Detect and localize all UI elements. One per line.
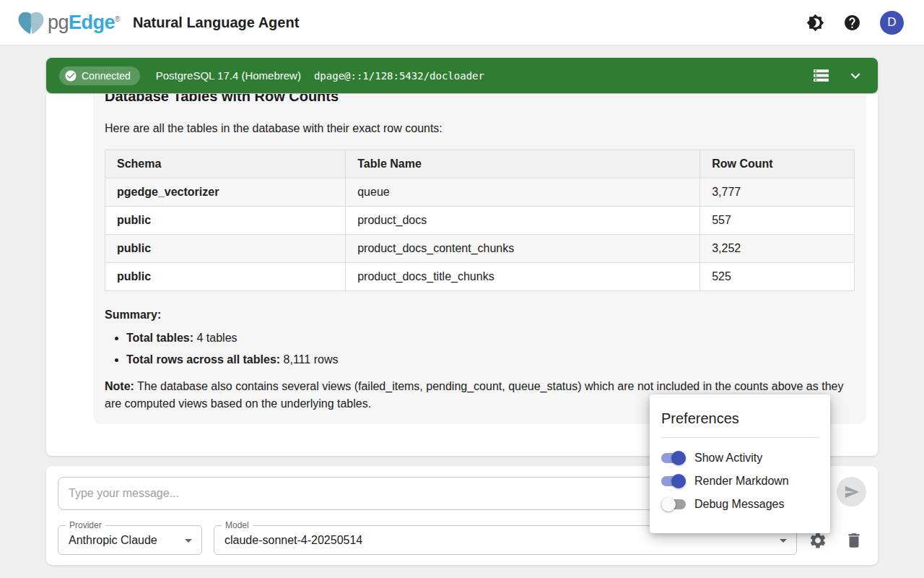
toggle-label: Show Activity (694, 452, 762, 465)
dark-mode-toggle-icon[interactable] (806, 14, 824, 32)
column-header-schema: Schema (105, 150, 346, 178)
trash-icon[interactable] (845, 531, 863, 550)
list-item: Total tables: 4 tables (126, 332, 855, 345)
cell-table-name: product_docs_title_chunks (346, 263, 700, 291)
page-title: Natural Language Agent (133, 14, 299, 31)
app-header: pgEdge® Natural Language Agent D (0, 0, 924, 46)
table-row: pgedge_vectorizer queue 3,777 (105, 178, 855, 207)
database-list-icon[interactable] (812, 66, 830, 85)
render-markdown-switch[interactable] (661, 476, 686, 486)
table-row: public product_docs_title_chunks 525 (105, 263, 855, 291)
toggle-render-markdown[interactable]: Render Markdown (661, 470, 819, 493)
table-row: public product_docs_content_chunks 3,252 (105, 235, 855, 263)
provider-select-label: Provider (66, 520, 105, 530)
list-item: Total rows across all tables: 8,111 rows (126, 353, 855, 366)
row-counts-table: Schema Table Name Row Count pgedge_vecto… (105, 150, 855, 291)
cell-table-name: queue (346, 178, 700, 207)
divider (661, 437, 819, 438)
column-header-table-name: Table Name (346, 150, 700, 178)
server-version-label: PostgreSQL 17.4 (Homebrew) (156, 69, 301, 82)
chevron-down-icon[interactable] (846, 66, 865, 85)
column-header-row-count: Row Count (700, 150, 855, 178)
preferences-popup: Preferences Show Activity Render Markdow… (650, 394, 830, 533)
provider-select[interactable]: Provider Anthropic Claude (58, 525, 202, 555)
connection-status-badge: Connected (59, 66, 140, 85)
preferences-title: Preferences (661, 410, 819, 427)
pgedge-logo-text: pgEdge® (48, 12, 120, 34)
show-activity-switch[interactable] (661, 453, 686, 463)
cell-schema: public (105, 235, 346, 263)
cell-row-count: 3,252 (700, 235, 855, 263)
assistant-message-bubble: Database Tables with Row Counts Here are… (93, 94, 866, 424)
toggle-label: Render Markdown (694, 475, 789, 488)
header-actions: D (806, 11, 904, 35)
summary-list: Total tables: 4 tables Total rows across… (105, 332, 855, 366)
connection-bar: Connected PostgreSQL 17.4 (Homebrew) dpa… (46, 58, 878, 93)
table-row: public product_docs 557 (105, 207, 855, 235)
dropdown-arrow-icon (775, 532, 792, 552)
toggle-label: Debug Messages (694, 498, 785, 511)
check-circle-icon (64, 69, 77, 82)
connection-status-label: Connected (82, 70, 131, 82)
dropdown-arrow-icon (180, 532, 197, 552)
send-button[interactable] (837, 477, 866, 506)
summary-heading: Summary: (105, 309, 855, 322)
cell-row-count: 525 (700, 263, 855, 291)
pgedge-logo-icon (16, 8, 46, 37)
user-avatar[interactable]: D (880, 11, 904, 35)
pgedge-logo: pgEdge® (16, 8, 120, 37)
settings-gear-icon[interactable] (808, 531, 827, 550)
cell-row-count: 557 (700, 207, 855, 235)
connection-string: dpage@::1/128:5432/docloader (314, 70, 484, 82)
cell-table-name: product_docs (346, 207, 700, 235)
debug-messages-switch[interactable] (661, 499, 686, 509)
help-icon[interactable] (843, 14, 861, 32)
model-select-label: Model (222, 520, 253, 530)
cell-schema: pgedge_vectorizer (105, 178, 346, 207)
table-header-row: Schema Table Name Row Count (105, 150, 855, 178)
message-heading: Database Tables with Row Counts (105, 94, 855, 105)
toggle-debug-messages[interactable]: Debug Messages (661, 493, 819, 516)
cell-schema: public (105, 207, 346, 235)
send-icon (844, 484, 860, 500)
message-intro: Here are all the tables in the database … (105, 122, 855, 135)
toggle-show-activity[interactable]: Show Activity (661, 447, 819, 470)
cell-schema: public (105, 263, 346, 291)
cell-table-name: product_docs_content_chunks (346, 235, 700, 263)
cell-row-count: 3,777 (700, 178, 855, 207)
